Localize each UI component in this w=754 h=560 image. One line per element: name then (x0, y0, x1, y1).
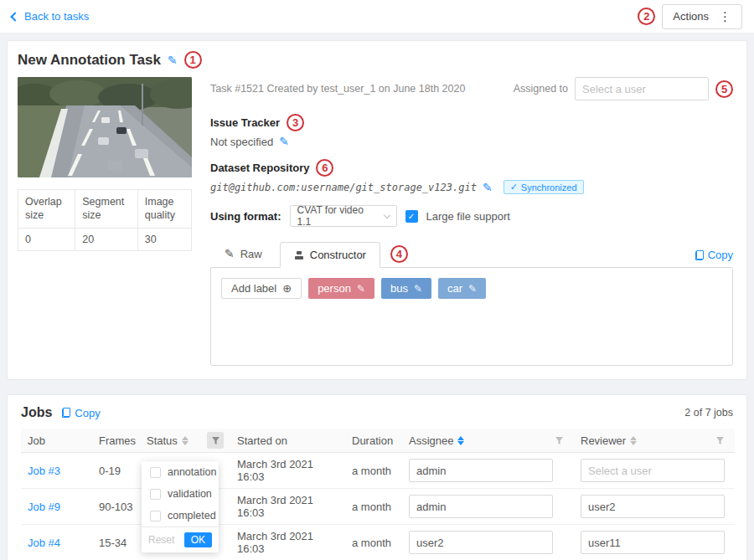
road-scene-illustration (18, 77, 192, 177)
back-to-tasks-link[interactable]: Back to tasks (12, 10, 89, 23)
sync-status-badge: ✓ Synchronized (504, 180, 584, 194)
issue-tracker-block: Issue Tracker 3 Not specified ✎ (210, 114, 733, 148)
label-chip-person[interactable]: person ✎ (308, 278, 374, 299)
job-frames: 90-103 (99, 501, 132, 513)
job-row: Job #4 15-34 March 3rd 2021 16:03 a mont… (21, 525, 735, 560)
filter-option-completed[interactable]: completed (142, 505, 219, 527)
labels-tabs: ✎ Raw Constructor 4 Copy (210, 240, 733, 267)
param-value-overlap: 0 (18, 228, 75, 250)
back-arrow-icon (10, 12, 19, 21)
labels-constructor-panel: Add label ⊕ person ✎ bus ✎ car ✎ (210, 267, 733, 366)
tab-raw-label: Raw (240, 248, 262, 260)
col-duration: Duration (352, 434, 393, 447)
task-right-column: Task #1521 Created by test_user_1 on Jun… (192, 77, 733, 366)
copy-icon (62, 408, 70, 418)
edit-repository-icon[interactable]: ✎ (483, 181, 493, 194)
edit-label-bus-icon[interactable]: ✎ (414, 283, 422, 295)
filter-ok-button[interactable]: OK (184, 532, 212, 547)
col-job: Job (28, 434, 45, 447)
format-select-value: CVAT for video 1.1 (297, 204, 378, 228)
copy-icon (695, 250, 704, 260)
job-link[interactable]: Job #3 (28, 465, 60, 477)
raw-pencil-icon: ✎ (225, 247, 235, 260)
col-status[interactable]: Status (147, 434, 178, 447)
job-reviewer-input[interactable] (581, 531, 725, 554)
tab-constructor[interactable]: Constructor (280, 242, 380, 268)
job-reviewer-input[interactable] (581, 495, 725, 518)
param-header-quality: Image quality (137, 190, 191, 229)
param-header-overlap: Overlap size (18, 190, 75, 229)
assignee-filter-icon[interactable] (550, 432, 567, 449)
annotation-circle-3: 3 (287, 114, 304, 131)
edit-label-person-icon[interactable]: ✎ (357, 283, 365, 295)
jobs-count: 2 of 7 jobs (684, 407, 733, 419)
back-to-tasks-label: Back to tasks (24, 10, 89, 23)
col-reviewer[interactable]: Reviewer (581, 434, 626, 447)
task-assignee-input[interactable] (575, 77, 709, 100)
label-chip-bus[interactable]: bus ✎ (381, 278, 431, 299)
status-filter-dropdown: annotation validation completed Reset OK (142, 461, 219, 552)
job-assignee-input[interactable] (409, 459, 553, 482)
edit-task-name-icon[interactable]: ✎ (168, 54, 178, 67)
edit-label-car-icon[interactable]: ✎ (468, 283, 477, 295)
task-params-table: Overlap size Segment size Image quality … (18, 189, 192, 251)
assignee-sort-icon[interactable] (457, 436, 464, 445)
job-duration: a month (352, 501, 391, 513)
jobs-header-row: Job Frames Status Started on Duration (21, 429, 735, 453)
param-value-segment: 20 (75, 228, 138, 250)
task-left-column: Overlap size Segment size Image quality … (18, 77, 192, 366)
top-bar: Back to tasks 2 Actions ⋮ (0, 0, 754, 33)
assigned-to-group: Assigned to 5 (514, 77, 733, 100)
format-row: Using format: CVAT for video 1.1 ✓ Large… (210, 205, 733, 227)
col-started: Started on (237, 434, 287, 447)
job-duration: a month (352, 465, 391, 477)
tab-raw[interactable]: ✎ Raw (210, 240, 276, 267)
task-title-row: New Annotation Task ✎ 1 (18, 51, 733, 69)
filter-option-annotation[interactable]: annotation (142, 461, 219, 483)
job-link[interactable]: Job #9 (28, 501, 60, 513)
filter-reset-button[interactable]: Reset (148, 534, 174, 546)
checkbox-annotation[interactable] (150, 467, 161, 478)
job-started: March 3rd 2021 16:03 (237, 494, 313, 519)
status-filter-icon[interactable] (207, 432, 224, 449)
filter-option-validation[interactable]: validation (142, 483, 219, 505)
job-row: Job #9 90-103 March 3rd 2021 16:03 a mon… (21, 489, 735, 525)
checkbox-validation[interactable] (150, 489, 161, 500)
chevron-down-icon (383, 211, 390, 218)
job-reviewer-input[interactable] (581, 459, 725, 482)
copy-labels-label: Copy (708, 249, 733, 261)
copy-labels-button[interactable]: Copy (695, 249, 733, 261)
reviewer-filter-icon[interactable] (711, 432, 728, 449)
label-chip-car[interactable]: car ✎ (438, 278, 486, 299)
using-format-label: Using format: (210, 210, 281, 223)
dataset-repository-label: Dataset Repository (210, 162, 309, 174)
edit-issue-tracker-icon[interactable]: ✎ (279, 135, 289, 148)
col-frames: Frames (99, 434, 136, 447)
jobs-title: Jobs (21, 405, 52, 420)
actions-button[interactable]: Actions ⋮ (662, 4, 742, 29)
copy-jobs-button[interactable]: Copy (62, 407, 100, 419)
label-chip-car-text: car (447, 282, 462, 295)
filter-option-annotation-label: annotation (168, 466, 216, 478)
job-assignee-input[interactable] (409, 495, 553, 518)
annotation-circle-4: 4 (390, 245, 408, 263)
large-file-support-checkbox[interactable]: ✓ (405, 210, 418, 223)
job-frames: 15-34 (99, 537, 127, 549)
task-meta-text: Task #1521 Created by test_user_1 on Jun… (210, 83, 465, 95)
checkbox-completed[interactable] (150, 511, 161, 521)
job-link[interactable]: Job #4 (28, 537, 60, 549)
job-row: Job #3 0-19 March 3rd 2021 16:03 a month (21, 453, 735, 489)
large-file-support-label: Large file support (426, 210, 510, 223)
copy-jobs-label: Copy (75, 407, 100, 419)
status-sort-icon[interactable] (182, 436, 188, 445)
sync-check-icon: ✓ (510, 182, 518, 193)
format-select[interactable]: CVAT for video 1.1 (290, 205, 397, 227)
add-label-text: Add label (231, 282, 276, 295)
add-label-button[interactable]: Add label ⊕ (221, 278, 302, 299)
topbar-right: 2 Actions ⋮ (638, 4, 742, 29)
job-assignee-input[interactable] (409, 531, 553, 554)
col-assignee[interactable]: Assignee (409, 434, 453, 447)
filter-option-completed-label: completed (168, 510, 216, 521)
reviewer-sort-icon[interactable] (630, 436, 637, 445)
filter-option-validation-label: validation (168, 488, 212, 500)
